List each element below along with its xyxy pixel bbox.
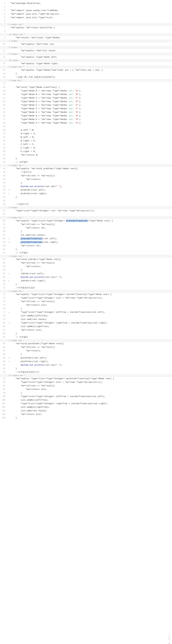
line-number: 4 [0, 12, 7, 16]
code-line: 31 A.right = C; [0, 132, 172, 136]
line-code: list.add(root.value); [10, 409, 172, 412]
line-number: 54 [0, 223, 7, 226]
line-code: "kw">return list; [10, 412, 172, 416]
line-number: 82 [0, 328, 7, 332]
line-code: //递归方式 [10, 170, 172, 174]
code-line: 7"kw">public "kw">class binaryTree { [0, 26, 172, 30]
line-code: } [10, 391, 172, 395]
usage-hint: 3 usages new * [0, 339, 172, 342]
line-code [10, 212, 172, 216]
code-line: 26 "type">Node H = "kw">new "type">Node(… [0, 114, 172, 118]
line-code: A.left = B; [10, 128, 172, 132]
usage-hint: 3 usages new * [0, 23, 172, 26]
line-code [10, 20, 172, 23]
line-code: "kw">void postOrder("type">Node root){ [10, 342, 172, 346]
line-number: 88 [0, 353, 7, 356]
line-number: 95 [0, 380, 7, 384]
code-line: 51 "type">List<"type">Integer> ret= "kw"… [0, 209, 172, 212]
code-line: 44 } [0, 181, 172, 185]
code-line: 57 ret.add(root.value); [0, 233, 172, 237]
line-number: 66 [0, 268, 7, 272]
code-line: 80↺ "type">List<"type">Integer> rightTre… [0, 321, 172, 325]
line-number: 98 [0, 391, 7, 395]
code-line: 4"kw">import java.util."type">ArrayList; [0, 12, 172, 16]
line-number: 47 [0, 192, 7, 196]
line-code [10, 82, 172, 86]
line-number: 27 [0, 118, 7, 121]
line-code: "type">List<"type">Integer> ret= "kw">ne… [10, 209, 172, 212]
line-code: B.left = D; [10, 136, 172, 139]
code-line: 23 "type">Node E = "kw">new "type">Node(… [0, 104, 172, 107]
code-line: 59↺ preorderTraversal(root.right); [0, 240, 172, 244]
line-number: 15 [0, 72, 7, 76]
code-line: 10 "kw">public "kw2">char val; [0, 42, 172, 46]
code-line: 99 "type">List<"type">Integer> leftTree … [0, 395, 172, 398]
line-code: ret.add(root.value); [10, 233, 172, 237]
code-line: 50 //非递归方式 [0, 202, 172, 206]
line-number: 24 [0, 107, 7, 110]
line-number: 56 [0, 230, 7, 233]
line-code: "type">Node B = "kw">new "type">Node( va… [10, 93, 172, 96]
code-line: 32 B.left = D; [0, 136, 172, 139]
code-line: 63 "kw">void inOrder("type">Node root){ [0, 258, 172, 261]
code-line: 78 list.addAll(leftTree); [0, 314, 172, 318]
line-number: 8 [0, 30, 7, 33]
code-line: 104 "kw">return list; [0, 412, 172, 416]
code-line: 82 "kw">return list; [0, 328, 172, 332]
line-number: 21 [0, 96, 7, 100]
code-line: 35 C.right = G; [0, 146, 172, 150]
line-code: "kw">return ret; [10, 226, 172, 230]
line-number: 53 [0, 219, 7, 223]
code-line: 76 } [0, 307, 172, 310]
usage-hint: 26 usages new * [0, 33, 172, 36]
line-code: "kw">static "kw">class "type">Node{ [10, 36, 172, 40]
line-code: // 后序遍历 [10, 336, 172, 339]
line-code: "kw">return ret; [10, 244, 172, 248]
code-line: 94 "kw">public "type">List<"type">Intege… [0, 377, 172, 380]
line-code: "type">Node G = "kw">new "type">Node( va… [10, 110, 172, 114]
line-code: "kw">public "kw2">char val; [10, 42, 172, 46]
line-number: 69 [0, 279, 7, 282]
usage-hint: 9 usages [0, 52, 172, 56]
code-line: 30 A.left = B; [0, 128, 172, 132]
line-code [10, 125, 172, 128]
usage-hint: 3 usages [0, 46, 172, 49]
line-number: 58 [0, 237, 7, 240]
line-code: "type">Node H = "kw">new "type">Node( va… [10, 121, 172, 125]
watermark: ©CSDN 作者:乌龙哈里 [168, 633, 170, 642]
line-code: "kw">return; [10, 349, 172, 353]
code-line: 69↺ inOrder(root.right); [0, 279, 172, 282]
recursive-arrow-icon: ↺ [8, 356, 10, 360]
line-number: 14 [0, 68, 7, 72]
line-number: 60 [0, 244, 7, 248]
line-code: } [10, 72, 172, 76]
line-number: 85 [0, 342, 7, 346]
line-number: 40 [0, 167, 7, 170]
code-line: 65 "kw">return; [0, 265, 172, 268]
code-line: 33 B.right = E; [0, 139, 172, 142]
code-line: 70 } [0, 282, 172, 286]
usage-hint: 10 usages [0, 59, 172, 62]
line-code: "kw">package BinaryTree; [10, 2, 172, 5]
code-line: 17 [0, 82, 172, 86]
line-code: inOrder(root.right); [10, 279, 172, 282]
line-code: "kw">void "type">Node creatTree() { [10, 86, 172, 89]
code-line: 15 } [0, 72, 172, 76]
code-line: 28 "type">Node H = "kw">new "type">Node(… [0, 121, 172, 125]
line-number: 86 [0, 346, 7, 349]
line-number: 59 [0, 240, 7, 244]
usage-hint: 3 usages new * [0, 164, 172, 167]
recursive-arrow-icon: ↺ [8, 272, 10, 276]
line-number: 5 [0, 16, 7, 20]
line-code: } [10, 353, 172, 356]
code-line: 90↺ postOrder(root.right); [0, 360, 172, 363]
line-number: 29 [0, 125, 7, 128]
line-gutter: ↺ [7, 192, 10, 196]
line-code: "type">Node C = "kw">new "type">Node( va… [10, 96, 172, 100]
line-number: 91 [0, 363, 7, 367]
line-number: 6 [0, 20, 7, 23]
code-line: 105 } [0, 416, 172, 420]
code-line: 83 } [0, 332, 172, 336]
line-number: 102 [0, 406, 7, 409]
code-line: 72 "kw">public "type">List<"type">Intege… [0, 293, 172, 296]
